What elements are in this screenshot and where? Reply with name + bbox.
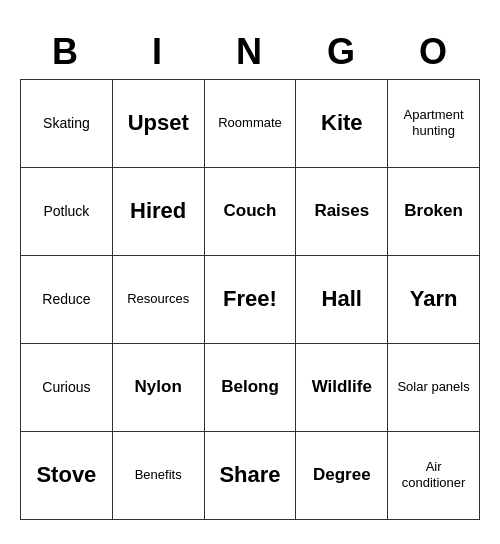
cell-text: Resources [127, 291, 189, 307]
cell-text: Wildlife [312, 377, 372, 397]
cell-text: Hall [322, 286, 362, 312]
cell-text: Raises [314, 201, 369, 221]
bingo-cell: Raises [296, 168, 388, 256]
bingo-cell: Degree [296, 432, 388, 520]
bingo-cell: Benefits [113, 432, 205, 520]
cell-text: Share [219, 462, 280, 488]
cell-text: Reduce [42, 291, 90, 308]
cell-text: Stove [36, 462, 96, 488]
bingo-cell: Belong [205, 344, 297, 432]
bingo-cell: Free! [205, 256, 297, 344]
cell-text: Curious [42, 379, 90, 396]
bingo-cell: Kite [296, 80, 388, 168]
bingo-cell: Resources [113, 256, 205, 344]
bingo-cell: Share [205, 432, 297, 520]
cell-text: Broken [404, 201, 463, 221]
bingo-card: BINGO SkatingUpsetRoommateKiteApartment … [20, 25, 480, 520]
bingo-cell: Hall [296, 256, 388, 344]
bingo-cell: Nylon [113, 344, 205, 432]
bingo-cell: Couch [205, 168, 297, 256]
header-letter: O [388, 25, 480, 79]
cell-text: Free! [223, 286, 277, 312]
bingo-cell: Apartment hunting [388, 80, 480, 168]
cell-text: Hired [130, 198, 186, 224]
bingo-cell: Potluck [21, 168, 113, 256]
bingo-header: BINGO [20, 25, 480, 79]
header-letter: I [112, 25, 204, 79]
cell-text: Roommate [218, 115, 282, 131]
cell-text: Skating [43, 115, 90, 132]
cell-text: Yarn [410, 286, 458, 312]
bingo-cell: Broken [388, 168, 480, 256]
cell-text: Couch [224, 201, 277, 221]
bingo-cell: Air conditioner [388, 432, 480, 520]
cell-text: Kite [321, 110, 363, 136]
bingo-grid: SkatingUpsetRoommateKiteApartment huntin… [20, 79, 480, 520]
cell-text: Degree [313, 465, 371, 485]
cell-text: Belong [221, 377, 279, 397]
cell-text: Potluck [43, 203, 89, 220]
bingo-cell: Yarn [388, 256, 480, 344]
cell-text: Apartment hunting [392, 107, 475, 138]
header-letter: G [296, 25, 388, 79]
bingo-cell: Upset [113, 80, 205, 168]
cell-text: Upset [128, 110, 189, 136]
header-letter: B [20, 25, 112, 79]
bingo-cell: Stove [21, 432, 113, 520]
header-letter: N [204, 25, 296, 79]
bingo-cell: Roommate [205, 80, 297, 168]
bingo-cell: Solar panels [388, 344, 480, 432]
cell-text: Air conditioner [392, 459, 475, 490]
bingo-cell: Skating [21, 80, 113, 168]
cell-text: Solar panels [397, 379, 469, 395]
bingo-cell: Curious [21, 344, 113, 432]
bingo-cell: Wildlife [296, 344, 388, 432]
bingo-cell: Reduce [21, 256, 113, 344]
bingo-cell: Hired [113, 168, 205, 256]
cell-text: Nylon [135, 377, 182, 397]
cell-text: Benefits [135, 467, 182, 483]
